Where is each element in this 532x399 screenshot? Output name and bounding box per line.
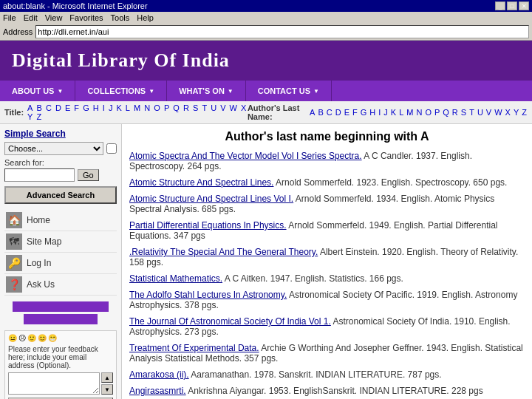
alpha-N[interactable]: N <box>144 103 150 112</box>
alpha-L[interactable]: L <box>126 103 130 112</box>
author-alpha-U[interactable]: U <box>477 108 483 117</box>
maximize-button[interactable]: □ <box>507 1 517 10</box>
alpha-Z[interactable]: Z <box>36 112 41 121</box>
result-link-1[interactable]: Atomic Structure And Spectral Lines. <box>129 177 273 188</box>
simple-search-title[interactable]: Simple Search <box>4 129 117 139</box>
alpha-K[interactable]: K <box>116 103 121 112</box>
author-alpha-H[interactable]: H <box>369 108 375 117</box>
author-alpha-T[interactable]: T <box>469 108 474 117</box>
alpha-E[interactable]: E <box>65 103 70 112</box>
alpha-P[interactable]: P <box>164 103 169 112</box>
menu-tools[interactable]: Tools <box>111 13 130 22</box>
go-button[interactable]: Go <box>78 169 99 181</box>
alpha-C[interactable]: C <box>46 103 52 112</box>
sidebar-askus-label: Ask Us <box>27 279 55 290</box>
alpha-R[interactable]: R <box>183 103 189 112</box>
result-link-0[interactable]: Atomic Spectra And The Vector Model Vol … <box>129 151 362 161</box>
author-alpha-D[interactable]: D <box>335 108 341 117</box>
author-alpha-Z[interactable]: Z <box>522 108 527 117</box>
menu-edit[interactable]: Edit <box>24 13 38 22</box>
alpha-M[interactable]: M <box>134 103 140 112</box>
content-title: Author's last name beginning with A <box>129 130 525 143</box>
author-alpha-C[interactable]: C <box>327 108 332 117</box>
alpha-D[interactable]: D <box>55 103 61 112</box>
author-alpha-B[interactable]: B <box>318 108 323 117</box>
author-alpha-N[interactable]: N <box>416 108 422 117</box>
feedback-scroll-down[interactable]: ▼ <box>101 384 113 395</box>
alpha-U[interactable]: U <box>211 103 216 112</box>
search-text-input[interactable] <box>4 168 75 182</box>
advanced-search-button[interactable]: Advanced Search <box>4 186 117 204</box>
result-link-5[interactable]: Statistical Mathematics. <box>129 273 222 284</box>
minimize-button[interactable]: _ <box>495 1 505 10</box>
alpha-A[interactable]: A <box>27 103 33 112</box>
alpha-X[interactable]: X <box>241 103 246 112</box>
alpha-S[interactable]: S <box>193 103 198 112</box>
author-alpha-Q[interactable]: Q <box>443 108 449 117</box>
alpha-Y[interactable]: Y <box>27 112 33 121</box>
result-detail-9: Aaramanathan. 1978. Sanskrit. INDIAN LIT… <box>191 369 441 380</box>
author-alpha-L[interactable]: L <box>399 108 403 117</box>
author-alpha-R[interactable]: R <box>452 108 458 117</box>
author-alpha-V[interactable]: V <box>486 108 491 117</box>
nav-contact-us[interactable]: Contact Us ▼ <box>246 81 332 101</box>
alpha-Q[interactable]: Q <box>173 103 180 112</box>
alpha-B[interactable]: B <box>36 103 41 112</box>
result-link-9[interactable]: Amarakosa (ii). <box>129 369 189 380</box>
nav-collections[interactable]: Collections ▼ <box>75 81 167 101</box>
menu-file[interactable]: File <box>3 13 16 22</box>
author-alpha-W[interactable]: W <box>494 108 502 117</box>
nav-whats-on[interactable]: What's On ▼ <box>167 81 246 101</box>
alpha-F[interactable]: F <box>74 103 79 112</box>
result-link-8[interactable]: Treatment Of Experimental Data. <box>129 343 259 353</box>
alpha-J[interactable]: J <box>109 103 113 112</box>
author-alpha-J[interactable]: J <box>383 108 388 117</box>
emoji-very-happy[interactable]: 😁 <box>48 334 57 342</box>
alpha-O[interactable]: O <box>154 103 160 112</box>
alpha-V[interactable]: V <box>220 103 225 112</box>
sidebar-item-askus[interactable]: ❓ Ask Us <box>4 274 117 296</box>
search-category-select[interactable]: Choose... <box>4 142 103 155</box>
author-alpha-X[interactable]: X <box>505 108 511 117</box>
author-alpha-I[interactable]: I <box>378 108 381 117</box>
feedback-input[interactable] <box>8 372 100 395</box>
author-alpha-O[interactable]: O <box>425 108 432 117</box>
author-alpha-Y[interactable]: Y <box>514 108 519 117</box>
menu-favorites[interactable]: Favorites <box>69 13 103 22</box>
search-checkbox[interactable] <box>106 143 117 154</box>
close-button[interactable]: ✕ <box>519 1 529 10</box>
author-alpha-M[interactable]: M <box>406 108 413 117</box>
sidebar-item-sitemap[interactable]: 🗺 Site Map <box>4 231 117 253</box>
alpha-T[interactable]: T <box>202 103 207 112</box>
author-alpha-A[interactable]: A <box>310 108 315 117</box>
result-link-6[interactable]: The Adolfo Stahl Lectures In Astronomy. <box>129 290 287 300</box>
author-alpha-S[interactable]: S <box>461 108 466 117</box>
emoji-happy[interactable]: 😊 <box>38 334 47 342</box>
author-alpha-K[interactable]: K <box>391 108 396 117</box>
alpha-W[interactable]: W <box>230 103 237 112</box>
emoji-smile[interactable]: 🙂 <box>27 334 36 342</box>
sidebar-item-login[interactable]: 🔑 Log In <box>4 253 117 274</box>
sidebar-item-home[interactable]: 🏠 Home <box>4 210 117 231</box>
author-alpha-G[interactable]: G <box>361 108 367 117</box>
author-alpha-F[interactable]: F <box>352 108 358 117</box>
menu-help[interactable]: Help <box>137 13 154 22</box>
author-alpha-E[interactable]: E <box>344 108 349 117</box>
emoji-neutral[interactable]: 😐 <box>8 334 17 342</box>
result-detail-10: Ankrishna Aiyangar. 1953. EnglishSanskri… <box>188 386 482 396</box>
result-link-7[interactable]: The Journal Of Astronomical Society Of I… <box>129 316 331 327</box>
result-link-3[interactable]: Partial Differential Equations In Physic… <box>129 220 287 231</box>
alpha-I[interactable]: I <box>103 103 105 112</box>
nav-about-us[interactable]: About Us ▼ <box>0 81 75 101</box>
result-link-10[interactable]: Angirasasmrti. <box>129 386 186 396</box>
alpha-G[interactable]: G <box>83 103 89 112</box>
purple-bars <box>4 301 117 324</box>
author-alpha-P[interactable]: P <box>434 108 440 117</box>
address-input[interactable] <box>35 25 529 38</box>
result-link-2[interactable]: Atomic Structure And Spectral Lines Vol … <box>129 194 293 204</box>
feedback-scroll-up[interactable]: ▲ <box>101 372 113 383</box>
result-link-4[interactable]: .Relativity The Special And The General … <box>129 247 318 257</box>
alpha-H[interactable]: H <box>93 103 99 112</box>
menu-view[interactable]: View <box>45 13 63 22</box>
emoji-sad[interactable]: ☹ <box>18 334 26 342</box>
